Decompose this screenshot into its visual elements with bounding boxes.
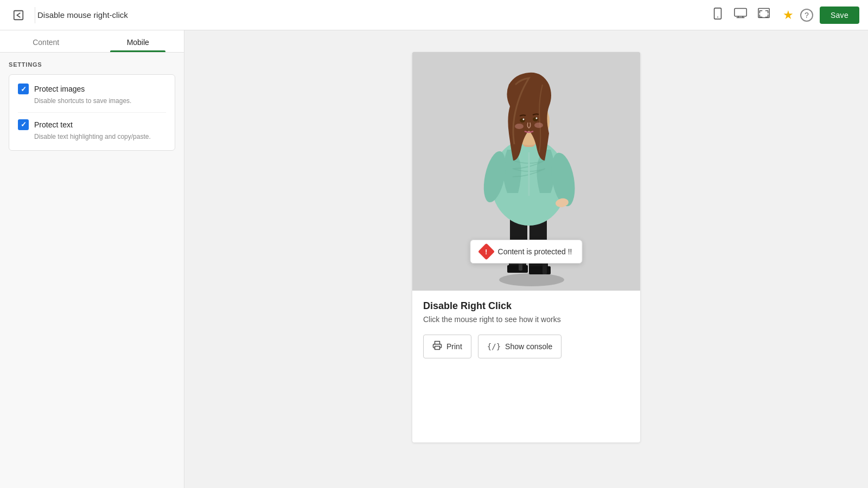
protect-text-desc: Disable text highlighting and copy/paste… <box>34 132 166 142</box>
svg-point-29 <box>515 124 524 129</box>
page-title: Disable mouse right-click <box>37 10 710 20</box>
preview-subtext: Click the mouse right to see how it work… <box>423 315 629 324</box>
preview-heading: Disable Right Click <box>423 300 629 312</box>
content-protected-toast: Content is protected !! <box>470 240 583 264</box>
protect-text-checkbox[interactable] <box>18 119 29 130</box>
preview-card: Content is protected !! Disable Right Cl… <box>412 52 640 442</box>
sidebar-tabs: Content Mobile <box>0 30 184 53</box>
tab-content[interactable]: Content <box>0 30 92 52</box>
svg-point-25 <box>520 118 525 123</box>
setting-protect-text: Protect text Disable text highlighting a… <box>18 119 166 142</box>
header-right-controls: ★ ? Save <box>783 7 859 24</box>
show-console-button[interactable]: {/} Show console <box>478 335 561 358</box>
main-layout: Content Mobile SETTINGS Protect images D… <box>0 30 868 488</box>
settings-label: SETTINGS <box>9 61 175 68</box>
settings-card: Protect images Disable shortcuts to save… <box>9 74 175 151</box>
svg-rect-0 <box>14 10 23 20</box>
fullscreen-view-icon[interactable] <box>756 5 772 24</box>
desktop-view-icon[interactable] <box>732 5 749 24</box>
tab-mobile[interactable]: Mobile <box>92 30 184 52</box>
sidebar: Content Mobile SETTINGS Protect images D… <box>0 30 184 488</box>
save-button[interactable]: Save <box>820 7 859 24</box>
svg-point-30 <box>534 123 543 128</box>
toast-warning-icon <box>478 243 495 260</box>
console-icon: {/} <box>487 342 501 351</box>
print-label: Print <box>446 342 462 351</box>
header-divider-left <box>35 7 35 23</box>
svg-rect-31 <box>435 346 440 350</box>
preview-area: Content is protected !! Disable Right Cl… <box>184 30 868 488</box>
svg-rect-11 <box>529 266 551 274</box>
print-icon <box>432 341 442 352</box>
protect-images-desc: Disable shortcuts to save images. <box>34 97 166 106</box>
protect-images-label: Protect images <box>34 85 85 93</box>
svg-rect-14 <box>507 265 528 273</box>
setting-text-header: Protect text <box>18 119 166 130</box>
svg-point-28 <box>536 118 538 119</box>
toast-message: Content is protected !! <box>498 247 572 256</box>
protect-text-label: Protect text <box>34 120 73 129</box>
preview-image-container: Content is protected !! <box>412 52 640 291</box>
show-console-label: Show console <box>505 342 552 351</box>
svg-point-26 <box>533 117 538 121</box>
settings-divider <box>18 112 166 113</box>
help-icon[interactable]: ? <box>800 9 813 22</box>
preview-actions: Print {/} Show console <box>423 335 629 358</box>
header: Disable mouse right-click <box>0 0 868 30</box>
setting-protect-images: Protect images Disable shortcuts to save… <box>18 84 166 106</box>
svg-point-27 <box>523 119 525 120</box>
print-button[interactable]: Print <box>423 335 471 358</box>
settings-section: SETTINGS Protect images Disable shortcut… <box>0 53 184 159</box>
preview-content-area: Disable Right Click Click the mouse righ… <box>412 291 640 368</box>
svg-point-2 <box>717 17 718 18</box>
mobile-view-icon[interactable] <box>710 5 725 24</box>
device-icons-group <box>710 5 772 24</box>
svg-point-9 <box>499 273 564 286</box>
star-icon[interactable]: ★ <box>783 8 794 22</box>
svg-rect-3 <box>735 8 746 16</box>
back-button[interactable] <box>9 5 28 25</box>
setting-images-header: Protect images <box>18 84 166 94</box>
protect-images-checkbox[interactable] <box>18 84 29 94</box>
